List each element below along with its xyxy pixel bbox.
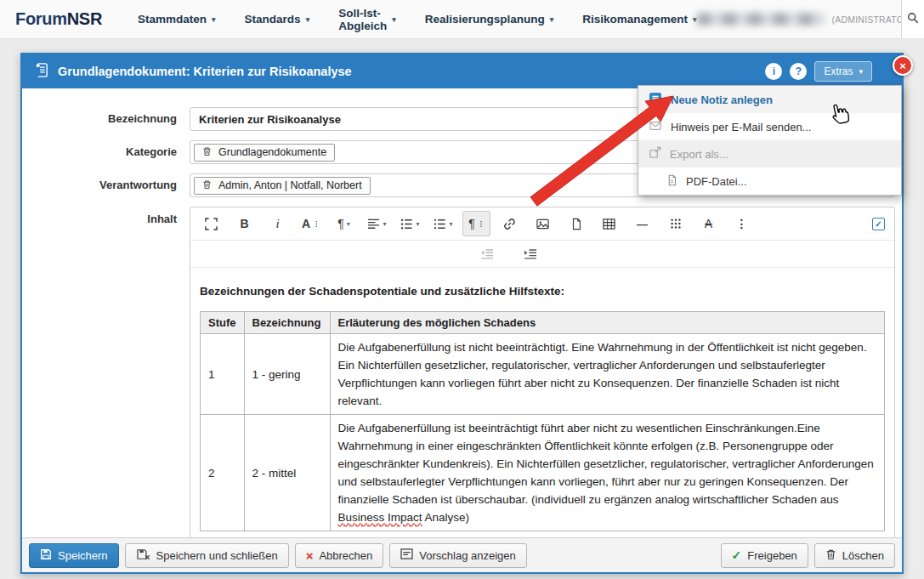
more-options-icon[interactable]: ⋮ — [728, 211, 756, 236]
menu-label: Standards — [245, 13, 301, 26]
save-button[interactable]: Speichern — [29, 543, 119, 568]
row-inhalt: Inhalt B i A⋮ ¶▾ ▾ — [22, 207, 902, 537]
verantwortung-tag-label: Admin, Anton | Notfall, Norbert — [218, 179, 362, 191]
table-row: 2 2 - mittel Die Aufgabenerfüllung ist b… — [201, 415, 885, 531]
menu-item-export-als[interactable]: Export als... — [638, 140, 901, 167]
close-icon[interactable]: × — [893, 55, 913, 76]
cancel-button[interactable]: × Abbrechen — [295, 543, 384, 568]
save-close-label: Speichern und schließen — [156, 549, 278, 562]
menu-soll-ist-abgleich[interactable]: Soll-Ist-Abgleich ▾ — [338, 7, 396, 32]
italic-icon[interactable]: i — [264, 211, 292, 236]
release-label: Freigeben — [747, 549, 797, 562]
document-scroll-icon — [33, 62, 49, 82]
bezeichnung-label: Bezeichnung — [22, 107, 190, 131]
trash-icon — [825, 548, 836, 563]
fullscreen-icon[interactable] — [197, 211, 225, 236]
image-icon[interactable] — [529, 211, 557, 236]
editor-toggle-checkbox[interactable]: ✓ — [872, 218, 885, 230]
show-blocks-icon[interactable]: ¶⋮ — [462, 211, 490, 236]
col-header-erlaeuterung: Erläuterung des möglichen Schadens — [330, 312, 885, 334]
link-icon[interactable] — [496, 211, 524, 236]
show-proposal-button[interactable]: Vorschlag anzeigen — [389, 543, 526, 568]
verantwortung-tag: Admin, Anton | Notfall, Norbert — [194, 177, 371, 195]
menu-label: Stammdaten — [138, 13, 207, 26]
cell-bezeichnung: 2 - mittel — [244, 415, 330, 531]
menu-realisierungsplanung[interactable]: Realisierungsplanung ▾ — [425, 7, 554, 32]
user-menu[interactable]: (ADMINISTRATOR) ▾ — [697, 13, 924, 26]
paragraph-format-icon[interactable]: ¶▾ — [330, 211, 358, 236]
editor-toolbar-row1: B i A⋮ ¶▾ ▾ ▾ — [190, 207, 894, 240]
chevron-down-icon: ▾ — [347, 220, 350, 228]
menu-item-label: Neue Notiz anlegen — [671, 94, 773, 106]
table-icon[interactable] — [595, 211, 623, 236]
help-icon[interactable]: ? — [790, 63, 807, 80]
save-close-icon — [136, 548, 150, 563]
cell-text: Die Aufgabenerfüllung ist beeinträchtigt… — [338, 422, 874, 506]
cancel-x-icon: × — [306, 549, 314, 562]
inhalt-label: Inhalt — [22, 207, 190, 226]
chevron-down-icon: ▾ — [306, 15, 310, 24]
save-and-close-button[interactable]: Speichern und schließen — [125, 543, 289, 568]
export-icon — [649, 146, 661, 162]
note-icon — [649, 92, 662, 108]
chevron-down-icon: ▾ — [383, 220, 386, 228]
file-icon[interactable] — [562, 211, 590, 236]
proposal-label: Vorschlag anzeigen — [419, 549, 515, 562]
kategorie-label: Kategorie — [22, 140, 190, 164]
search-icon — [907, 12, 919, 27]
cancel-label: Abbrechen — [319, 549, 372, 562]
content-heading: Bezeichnungen der Schadenspotentiale und… — [200, 285, 885, 298]
dialog-footer: Speichern Speichern und schließen × Abbr… — [22, 537, 902, 572]
col-header-stufe: Stufe — [201, 312, 245, 334]
delete-button[interactable]: Löschen — [814, 543, 895, 568]
indent-icon[interactable] — [516, 241, 544, 267]
menu-standards[interactable]: Standards ▾ — [245, 7, 310, 32]
cell-stufe: 1 — [201, 334, 245, 415]
logo-part-forum: Forum — [15, 9, 67, 28]
menu-item-label: Export als... — [670, 148, 728, 161]
release-button[interactable]: ✓ Freigeben — [721, 543, 808, 568]
special-characters-icon[interactable] — [661, 211, 689, 236]
menu-stammdaten[interactable]: Stammdaten ▾ — [138, 7, 216, 32]
menu-item-neue-notiz[interactable]: Neue Notiz anlegen — [638, 86, 901, 113]
cell-erlaeuterung: Die Aufgabenerfüllung ist nicht beeinträ… — [330, 334, 885, 415]
save-label: Speichern — [58, 549, 108, 562]
menu-risikomanagement[interactable]: Risikomanagement ▾ — [582, 7, 696, 32]
global-search-button[interactable] — [901, 0, 924, 38]
align-icon[interactable]: ▾ — [363, 211, 391, 236]
cell-stufe: 2 — [201, 415, 245, 531]
logo-part-nsr: NSR — [67, 9, 102, 28]
menu-item-email-hinweis[interactable]: Hinweis per E-Mail senden... — [638, 113, 901, 140]
top-navbar: ForumNSR Stammdaten ▾ Standards ▾ Soll-I… — [0, 0, 924, 39]
info-icon[interactable]: i — [765, 63, 782, 80]
main-menu: Stammdaten ▾ Standards ▾ Soll-Ist-Abglei… — [138, 7, 697, 32]
remove-tag-icon[interactable] — [202, 146, 212, 159]
extras-dropdown-menu: Neue Notiz anlegen Hinweis per E-Mail se… — [638, 85, 902, 196]
damage-levels-table: Stufe Bezeichnung Erläuterung des möglic… — [200, 311, 885, 531]
outdent-icon[interactable] — [473, 241, 501, 267]
editor-content-area[interactable]: Bezeichnungen der Schadenspotentiale und… — [190, 268, 894, 537]
extras-button[interactable]: Extras ▾ — [814, 61, 872, 82]
cell-bezeichnung: 1 - gering — [244, 334, 330, 415]
app-logo[interactable]: ForumNSR — [15, 9, 102, 29]
editor-toolbar-row2 — [190, 240, 894, 268]
chevron-down-icon: ▾ — [416, 220, 419, 228]
pdf-file-icon — [666, 174, 677, 189]
check-icon: ✓ — [732, 549, 742, 561]
user-name-redacted — [697, 13, 825, 26]
remove-tag-icon[interactable] — [202, 179, 212, 192]
menu-item-pdf-datei[interactable]: PDF-Datei... — [638, 167, 901, 195]
col-header-bezeichnung: Bezeichnung — [244, 312, 330, 334]
kategorie-tag-label: Grundlagendokumente — [218, 146, 326, 158]
verantwortung-label: Verantwortung — [22, 173, 190, 197]
more-text-formatting-icon[interactable]: A⋮ — [297, 211, 325, 236]
save-icon — [40, 548, 52, 563]
bold-icon[interactable]: B — [230, 211, 258, 236]
table-header-row: Stufe Bezeichnung Erläuterung des möglic… — [201, 312, 885, 334]
unordered-list-icon[interactable]: ▾ — [429, 211, 457, 236]
horizontal-line-icon[interactable]: — — [628, 211, 656, 236]
ordered-list-icon[interactable]: ▾ — [396, 211, 424, 236]
extras-label: Extras — [824, 65, 853, 77]
email-icon — [649, 120, 662, 134]
clear-formatting-icon[interactable]: A — [694, 211, 723, 236]
